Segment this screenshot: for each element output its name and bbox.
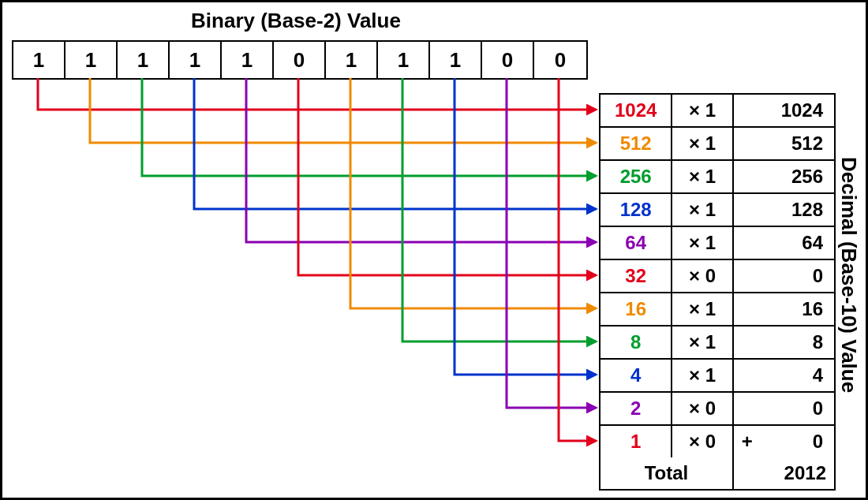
plus-sign: + — [742, 431, 753, 453]
connector-line — [298, 78, 596, 275]
bit-cell: 1 — [13, 42, 65, 78]
product-value: 4 — [813, 364, 823, 386]
binary-bit-row: 11111011100 — [12, 40, 588, 80]
multiplier-cell: × 0 — [672, 393, 733, 424]
product-cell: 0 — [734, 260, 834, 292]
table-row: 8× 18 — [599, 325, 836, 358]
connector-line — [38, 78, 596, 110]
bit-cell: 0 — [534, 42, 586, 78]
place-value-cell: 256 — [600, 161, 672, 192]
table-row: 128× 1128 — [599, 192, 836, 226]
place-value-cell: 2 — [600, 393, 672, 424]
bit-cell: 1 — [430, 42, 482, 78]
multiplier-cell: × 1 — [672, 161, 733, 192]
connector-line — [194, 78, 596, 209]
multiplier-cell: × 0 — [672, 260, 733, 292]
connector-line — [402, 78, 596, 341]
place-value-cell: 8 — [600, 326, 672, 358]
connector-line — [455, 78, 596, 375]
product-value: 64 — [802, 232, 823, 254]
bit-cell: 1 — [170, 42, 222, 78]
multiplier-cell: × 1 — [672, 128, 733, 159]
diagram-frame: Binary (Base-2) Value Decimal (Base-10) … — [0, 0, 868, 500]
multiplier-cell: × 0 — [672, 426, 733, 457]
total-row: Total2012 — [599, 457, 836, 491]
product-value: 16 — [802, 298, 823, 320]
place-value-cell: 32 — [600, 260, 672, 292]
product-cell: 256 — [734, 161, 834, 192]
place-value-cell: 16 — [600, 293, 672, 325]
table-row: 512× 1512 — [599, 126, 836, 159]
table-row: 32× 00 — [599, 259, 836, 292]
connector-line — [142, 78, 596, 176]
multiplier-cell: × 1 — [672, 360, 733, 391]
total-value: 2012 — [734, 457, 834, 489]
table-row: 64× 164 — [599, 226, 836, 259]
table-row: 1× 0+0 — [599, 424, 836, 457]
multiplier-cell: × 1 — [672, 95, 733, 126]
table-row: 4× 14 — [599, 358, 836, 391]
connector-line — [507, 78, 596, 408]
product-value: 0 — [813, 265, 823, 287]
product-value: 256 — [791, 166, 823, 188]
bit-cell: 0 — [482, 42, 534, 78]
table-row: 16× 116 — [599, 292, 836, 325]
connector-line — [90, 78, 596, 143]
product-cell: 0 — [734, 393, 834, 424]
product-value: 0 — [813, 397, 823, 420]
place-value-cell: 128 — [600, 194, 672, 226]
product-cell: 512 — [734, 128, 834, 159]
product-cell: 8 — [734, 326, 834, 358]
table-row: 2× 00 — [599, 391, 836, 424]
place-value-cell: 1 — [600, 426, 672, 457]
bit-cell: 0 — [274, 42, 326, 78]
place-value-cell: 512 — [600, 128, 672, 159]
table-row: 256× 1256 — [599, 159, 836, 192]
multiplier-cell: × 1 — [672, 293, 733, 325]
connector-line — [559, 78, 596, 441]
product-cell: 16 — [734, 293, 834, 325]
bit-cell: 1 — [326, 42, 378, 78]
place-value-cell: 4 — [600, 360, 672, 391]
connector-line — [246, 78, 596, 242]
value-table: 1024× 11024512× 1512256× 1256128× 112864… — [599, 93, 836, 491]
place-value-cell: 64 — [600, 227, 672, 259]
title-decimal: Decimal (Base-10) Value — [837, 93, 861, 457]
multiplier-cell: × 1 — [672, 326, 733, 358]
product-cell: 64 — [734, 227, 834, 259]
title-binary: Binary (Base-2) Value — [2, 9, 589, 33]
product-value: 8 — [813, 331, 823, 353]
connector-line — [350, 78, 596, 308]
product-cell: +0 — [734, 426, 834, 457]
product-value: 128 — [791, 199, 823, 221]
product-value: 512 — [791, 132, 823, 155]
multiplier-cell: × 1 — [672, 194, 733, 226]
total-label: Total — [600, 457, 734, 489]
bit-cell: 1 — [222, 42, 274, 78]
product-cell: 4 — [734, 360, 834, 391]
product-cell: 128 — [734, 194, 834, 226]
product-value: 0 — [813, 431, 823, 453]
table-row: 1024× 11024 — [599, 93, 836, 126]
product-cell: 1024 — [734, 95, 834, 126]
product-value: 1024 — [781, 99, 823, 121]
bit-cell: 1 — [65, 42, 118, 78]
multiplier-cell: × 1 — [672, 227, 733, 259]
bit-cell: 1 — [378, 42, 430, 78]
place-value-cell: 1024 — [600, 95, 672, 126]
bit-cell: 1 — [118, 42, 170, 78]
